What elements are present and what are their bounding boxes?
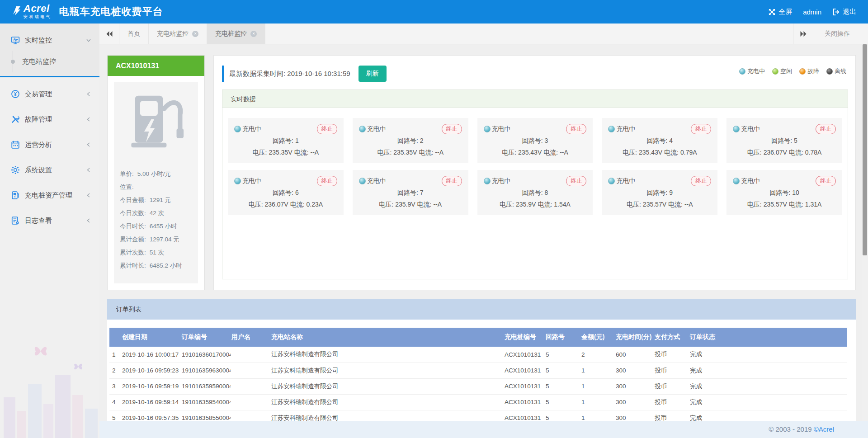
logo-subtext: 安科瑞电气 bbox=[24, 14, 52, 20]
double-chevron-left-icon bbox=[106, 31, 113, 37]
col-pile-no: 充电桩编号 bbox=[504, 328, 545, 347]
sidebar-item-pile-assets[interactable]: 充电桩资产管理 bbox=[0, 183, 99, 208]
stat-today-count: 今日次数:42 次 bbox=[120, 207, 192, 220]
collect-time: 最新数据采集时间: 2019-10-16 10:31:59 bbox=[229, 70, 350, 78]
order-row: 22019-10-16 09:59:231910163596300046江苏安科… bbox=[109, 363, 847, 378]
circuit-card-7: 充电中终止 回路号: 7 电压:235.9V电流:--A bbox=[353, 170, 468, 215]
terminate-button[interactable]: 终止 bbox=[442, 176, 462, 186]
col-index bbox=[109, 328, 121, 347]
monitor-panel: 最新数据采集时间: 2019-10-16 10:31:59 刷新 充电中 空闲 … bbox=[213, 55, 856, 290]
sidebar-item-realtime-monitor[interactable]: 实时监控 bbox=[0, 30, 99, 51]
col-username: 用户名 bbox=[231, 328, 270, 347]
order-row: 52019-10-16 09:57:351910163585500043江苏安科… bbox=[109, 410, 847, 421]
col-pay-method: 支付方式 bbox=[654, 328, 689, 347]
chevron-left-icon bbox=[86, 91, 91, 97]
sidebar-item-label: 系统设置 bbox=[25, 166, 86, 174]
orders-title: 订单列表 bbox=[107, 299, 856, 320]
stat-unit-price: 单价:5.00 小时/元 bbox=[120, 167, 192, 180]
app-header: Acrel 安科瑞电气 电瓶车充电桩收费平台 全屏 admin 退出 bbox=[0, 0, 868, 24]
sidebar-item-label: 日志查看 bbox=[25, 217, 86, 225]
sidebar-item-transactions[interactable]: 交易管理 bbox=[0, 81, 99, 107]
col-circuit-no: 回路号 bbox=[545, 328, 580, 347]
orders-section: 订单列表 创建日期 订单编号 用户名 bbox=[107, 299, 856, 421]
scrollbar-thumb[interactable] bbox=[863, 44, 867, 255]
status-dot-icon bbox=[484, 126, 491, 132]
realtime-data-box: 实时数据 充电中终止 回路号: 1 电压:235.35V电流:--A 充电中终止… bbox=[222, 89, 848, 279]
sidebar-item-station-monitor[interactable]: 充电站监控 bbox=[0, 51, 99, 72]
order-row: 12019-10-16 10:00:171910163601700047江苏安科… bbox=[109, 347, 847, 363]
sidebar-item-logs[interactable]: 日志查看 bbox=[0, 208, 99, 233]
tab-close-icon[interactable]: ✕ bbox=[192, 31, 198, 37]
status-dot-icon bbox=[234, 126, 241, 132]
brand-link[interactable]: ©Acrel bbox=[814, 425, 834, 433]
calendar-icon bbox=[11, 140, 20, 149]
terminate-button[interactable]: 终止 bbox=[566, 124, 586, 134]
chevron-left-icon bbox=[86, 167, 91, 173]
terminate-button[interactable]: 终止 bbox=[691, 124, 711, 134]
chevron-left-icon bbox=[86, 117, 91, 122]
terminate-button[interactable]: 终止 bbox=[816, 176, 836, 186]
close-operations-dropdown[interactable]: 关闭操作 bbox=[813, 24, 862, 44]
terminate-button[interactable]: 终止 bbox=[442, 124, 462, 134]
tab-pile-monitor[interactable]: 充电桩监控 ✕ bbox=[207, 24, 265, 44]
col-create-date: 创建日期 bbox=[121, 328, 181, 347]
fullscreen-label: 全屏 bbox=[778, 8, 792, 16]
tree-dot-icon bbox=[11, 60, 15, 64]
status-dot-icon bbox=[733, 126, 740, 132]
chevron-left-icon bbox=[86, 142, 91, 147]
sidebar-item-analysis[interactable]: 运营分析 bbox=[0, 132, 99, 157]
sidebar-item-settings[interactable]: 系统设置 bbox=[0, 157, 99, 183]
circuit-card-10: 充电中终止 回路号: 10 电压:235.57V电流:1.31A bbox=[726, 170, 842, 215]
tab-label: 充电桩监控 bbox=[215, 30, 247, 38]
double-chevron-right-icon bbox=[800, 31, 807, 37]
acrel-logo: Acrel 安科瑞电气 bbox=[12, 4, 52, 20]
footer: © 2003 - 2019 ©Acrel bbox=[99, 421, 868, 438]
logout-button[interactable]: 退出 bbox=[832, 8, 856, 16]
chevron-down-icon bbox=[86, 38, 91, 43]
sidebar-item-label: 充电桩资产管理 bbox=[25, 191, 86, 200]
refresh-button[interactable]: 刷新 bbox=[359, 66, 387, 82]
app-title: 电瓶车充电桩收费平台 bbox=[59, 5, 163, 19]
tab-bar: 首页 充电站监控 ✕ 充电桩监控 ✕ 关闭操作 bbox=[99, 24, 868, 44]
circuit-card-5: 充电中终止 回路号: 5 电压:236.07V电流:0.78A bbox=[726, 118, 842, 163]
terminate-button[interactable]: 终止 bbox=[317, 176, 337, 186]
tab-station-monitor[interactable]: 充电站监控 ✕ bbox=[149, 24, 207, 44]
sidebar-item-faults[interactable]: 故障管理 bbox=[0, 107, 99, 132]
legend-fault: 故障 bbox=[799, 67, 819, 75]
logo-text: Acrel bbox=[24, 4, 52, 14]
vertical-scrollbar[interactable] bbox=[862, 44, 868, 421]
order-row: 42019-10-16 09:59:141910163595400044江苏安科… bbox=[109, 394, 847, 410]
circuit-card-4: 充电中终止 回路号: 4 电压:235.43V电流:0.79A bbox=[602, 118, 717, 163]
chevron-left-icon bbox=[86, 193, 91, 198]
realtime-data-title: 实时数据 bbox=[222, 90, 848, 108]
close-ops-label: 关闭操作 bbox=[825, 30, 850, 38]
tab-home[interactable]: 首页 bbox=[119, 24, 149, 44]
terminate-button[interactable]: 终止 bbox=[691, 176, 711, 186]
terminate-button[interactable]: 终止 bbox=[317, 124, 337, 134]
terminate-button[interactable]: 终止 bbox=[566, 176, 586, 186]
status-dot-icon bbox=[733, 178, 740, 184]
tabs-scroll-left-button[interactable] bbox=[99, 24, 119, 44]
circuit-card-1: 充电中终止 回路号: 1 电压:235.35V电流:--A bbox=[228, 118, 344, 163]
circuit-card-2: 充电中终止 回路号: 2 电压:235.35V电流:--A bbox=[353, 118, 468, 163]
fault-dot-icon bbox=[799, 68, 806, 75]
sidebar-item-label: 实时监控 bbox=[25, 36, 86, 45]
col-charge-time: 充电时间(分) bbox=[615, 328, 654, 347]
tabs-scroll-right-button[interactable] bbox=[793, 24, 813, 44]
fullscreen-button[interactable]: 全屏 bbox=[768, 8, 792, 16]
terminate-button[interactable]: 终止 bbox=[816, 124, 836, 134]
copyright-text: © 2003 - 2019 bbox=[769, 425, 813, 433]
user-menu[interactable]: admin bbox=[803, 8, 821, 16]
stat-location: 位置: bbox=[120, 180, 192, 193]
tab-close-icon[interactable]: ✕ bbox=[250, 31, 257, 37]
sidebar-item-label: 故障管理 bbox=[25, 115, 86, 124]
station-id: ACX1010131 bbox=[108, 56, 204, 76]
tab-label: 充电站监控 bbox=[157, 30, 189, 38]
col-station-name: 充电站名称 bbox=[270, 328, 504, 347]
status-dot-icon bbox=[608, 178, 615, 184]
col-amount: 金额(元) bbox=[580, 328, 615, 347]
station-stats: 单价:5.00 小时/元 位置: 今日金额:1291 元 今日次数:42 次 今… bbox=[120, 167, 192, 272]
legend-charging: 充电中 bbox=[739, 67, 765, 75]
log-document-icon bbox=[11, 216, 20, 225]
sidebar-item-label: 运营分析 bbox=[25, 141, 86, 149]
